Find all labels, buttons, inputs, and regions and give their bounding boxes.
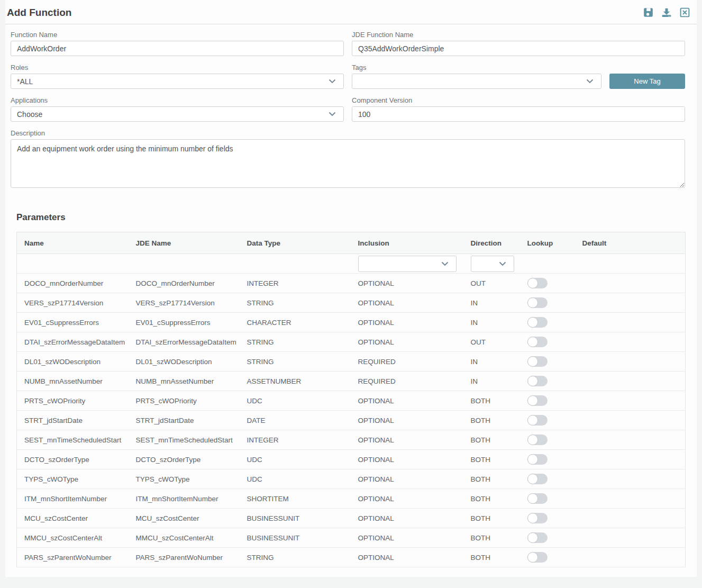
parameter-row: DL01_szWODescription DL01_szWODescriptio… [17,352,686,372]
parameter-direction-cell: BOTH [463,430,520,450]
column-header-lookup: Lookup [520,232,575,254]
lookup-toggle[interactable] [527,493,548,504]
lookup-toggle[interactable] [527,278,548,288]
parameter-jde-name-cell: DTAI_szErrorMessageDataItem [129,332,240,352]
lookup-toggle[interactable] [527,337,548,347]
parameter-jde-name-cell: NUMB_mnAssetNumber [129,372,240,391]
parameter-lookup-cell [520,450,575,469]
parameter-name-cell: DCTO_szOrderType [17,450,129,469]
parameter-direction-cell: BOTH [463,489,520,509]
roles-field: Roles *ALL [11,64,344,89]
lookup-toggle[interactable] [527,356,548,367]
parameter-name-cell: EV01_cSuppressErrors [17,313,129,332]
direction-filter-select[interactable] [471,256,514,272]
parameter-name-cell: ITM_mnShortItemNumber [17,489,129,509]
lookup-toggle[interactable] [527,297,548,308]
parameter-data-type-cell: STRING [240,352,351,372]
toggle-knob [527,493,538,504]
page-title: Add Function [7,6,71,19]
parameter-default-cell [575,528,686,548]
parameter-data-type-cell: INTEGER [240,274,351,293]
jde-function-name-label: JDE Function Name [352,31,685,39]
lookup-toggle[interactable] [527,395,548,406]
parameter-data-type-cell: SHORTITEM [240,489,351,509]
lookup-toggle[interactable] [527,435,548,445]
parameter-name-cell: TYPS_cWOType [17,469,129,489]
lookup-toggle[interactable] [527,532,548,543]
tags-select[interactable] [352,74,601,89]
parameter-row: DCTO_szOrderType DCTO_szOrderType UDC OP… [17,450,686,469]
parameter-lookup-cell [520,293,575,313]
parameter-row: MMCU_szCostCenterAlt MMCU_szCostCenterAl… [17,528,686,548]
lookup-toggle[interactable] [527,376,548,386]
parameters-section: Parameters Name JDE Name Data Type Inclu… [5,195,697,567]
lookup-toggle[interactable] [527,552,548,563]
download-icon[interactable] [661,7,672,18]
parameter-data-type-cell: INTEGER [240,430,351,450]
parameter-jde-name-cell: PARS_szParentWoNumber [129,548,240,567]
column-header-jde-name: JDE Name [129,232,240,254]
parameter-jde-name-cell: ITM_mnShortItemNumber [129,489,240,509]
parameter-inclusion-cell: OPTIONAL [351,313,463,332]
parameter-data-type-cell: UDC [240,469,351,489]
parameter-name-cell: DOCO_mnOrderNumber [17,274,129,293]
toggle-knob [527,317,538,328]
column-header-default: Default [575,232,686,254]
parameter-inclusion-cell: OPTIONAL [351,489,463,509]
applications-selected-value: Choose [17,110,42,119]
lookup-toggle[interactable] [527,415,548,426]
parameter-row: EV01_cSuppressErrors EV01_cSuppressError… [17,313,686,332]
jde-function-name-input[interactable] [352,41,685,56]
function-name-input[interactable] [11,41,344,56]
parameter-inclusion-cell: REQUIRED [351,352,463,372]
parameter-direction-cell: BOTH [463,391,520,411]
parameter-default-cell [575,430,686,450]
toggle-knob [527,376,538,386]
description-textarea[interactable]: Add an equipment work order using the mi… [11,139,685,188]
parameter-jde-name-cell: DL01_szWODescription [129,352,240,372]
parameter-lookup-cell [520,469,575,489]
parameter-name-cell: NUMB_mnAssetNumber [17,372,129,391]
new-tag-button[interactable]: New Tag [609,74,685,89]
inclusion-filter-select[interactable] [358,256,457,272]
parameter-jde-name-cell: MMCU_szCostCenterAlt [129,528,240,548]
parameter-inclusion-cell: OPTIONAL [351,411,463,430]
toggle-knob [527,356,538,367]
lookup-toggle[interactable] [527,454,548,465]
parameter-name-cell: VERS_szP17714Version [17,293,129,313]
parameters-filter-row [17,254,686,274]
function-name-field: Function Name [11,31,344,56]
parameter-default-cell [575,450,686,469]
toggle-knob [527,278,538,288]
parameter-inclusion-cell: OPTIONAL [351,469,463,489]
parameter-inclusion-cell: REQUIRED [351,372,463,391]
description-field: Description Add an equipment work order … [11,129,685,188]
parameter-name-cell: DL01_szWODescription [17,352,129,372]
parameter-direction-cell: BOTH [463,548,520,567]
column-header-direction: Direction [463,232,520,254]
parameter-jde-name-cell: STRT_jdStartDate [129,411,240,430]
component-version-input[interactable] [352,106,685,122]
toggle-knob [527,454,538,465]
close-icon[interactable] [679,7,690,18]
parameter-default-cell [575,489,686,509]
parameter-data-type-cell: STRING [240,332,351,352]
column-header-data-type: Data Type [240,232,351,254]
parameter-inclusion-cell: OPTIONAL [351,528,463,548]
applications-field: Applications Choose [11,96,344,122]
parameter-data-type-cell: STRING [240,293,351,313]
chevron-down-icon [586,79,594,84]
parameter-lookup-cell [520,332,575,352]
lookup-toggle[interactable] [527,474,548,484]
parameter-direction-cell: IN [463,352,520,372]
parameter-lookup-cell [520,274,575,293]
lookup-toggle[interactable] [527,317,548,328]
parameter-direction-cell: IN [463,293,520,313]
chevron-down-icon [329,112,336,116]
parameter-data-type-cell: STRING [240,548,351,567]
save-icon[interactable] [643,7,654,18]
lookup-toggle[interactable] [527,513,548,523]
roles-select[interactable]: *ALL [11,74,344,89]
parameter-inclusion-cell: OPTIONAL [351,332,463,352]
applications-select[interactable]: Choose [11,106,344,122]
